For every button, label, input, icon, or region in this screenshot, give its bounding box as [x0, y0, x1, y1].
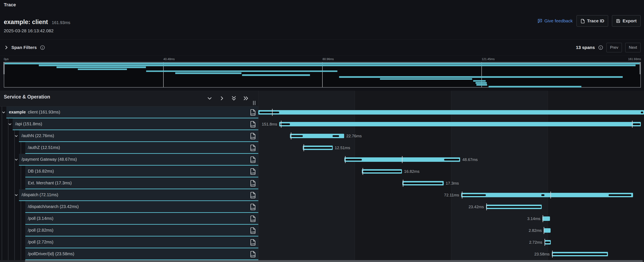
span-filters-toggle[interactable]: Span Filters	[5, 45, 45, 50]
export-button[interactable]: Export	[612, 15, 641, 26]
expand-one-icon[interactable]	[219, 95, 225, 101]
give-feedback-link[interactable]: Give feedback	[537, 18, 573, 24]
log-badge-icon[interactable]: LOG	[250, 216, 256, 222]
span-row[interactable]	[25, 236, 258, 248]
minimap-span-bar	[476, 84, 487, 86]
svg-text:LOG: LOG	[251, 124, 256, 127]
info-icon[interactable]	[40, 45, 45, 50]
log-badge-icon[interactable]: LOG	[250, 251, 256, 258]
comment-icon	[537, 18, 542, 24]
row-expander-icon[interactable]	[14, 134, 18, 138]
horizontal-scrollbar-thumb[interactable]	[25, 260, 643, 262]
minimap-span-bar	[473, 80, 486, 82]
indent-guide	[2, 166, 2, 178]
indent-guide	[21, 201, 21, 213]
svg-text:LOG: LOG	[251, 160, 256, 162]
log-badge-icon[interactable]: LOG	[250, 121, 256, 128]
indent-guide	[2, 130, 2, 142]
span-duration-bar[interactable]	[461, 193, 633, 197]
indent-guide	[8, 236, 8, 248]
collapse-one-icon[interactable]	[207, 95, 212, 101]
span-row[interactable]	[25, 166, 258, 177]
log-badge-icon[interactable]: LOG	[250, 109, 256, 116]
span-duration-bar[interactable]	[258, 110, 644, 114]
indent-guide	[8, 225, 8, 236]
span-row[interactable]	[25, 213, 258, 224]
span-label: /poll (2.82ms)	[28, 225, 53, 236]
indent-guide	[8, 130, 8, 142]
svg-text:LOG: LOG	[251, 242, 256, 245]
span-row[interactable]	[13, 118, 258, 130]
log-badge-icon[interactable]: LOG	[250, 180, 256, 187]
collapse-all-icon[interactable]	[231, 95, 237, 101]
span-nav-group: 13 spans Prev Next	[576, 43, 641, 52]
svg-text:LOG: LOG	[251, 207, 256, 210]
log-badge-icon[interactable]: LOG	[250, 192, 256, 198]
indent-guide	[2, 236, 2, 248]
row-expander-icon[interactable]	[14, 158, 18, 162]
minimap-left-handle[interactable]	[3, 62, 5, 74]
indent-guide	[21, 248, 21, 260]
critical-path-segment	[363, 171, 401, 172]
log-badge-icon[interactable]: LOG	[250, 144, 256, 151]
row-expander-icon[interactable]	[2, 110, 6, 114]
row-expander-icon[interactable]	[14, 193, 18, 197]
log-tick	[291, 132, 292, 140]
svg-text:LOG: LOG	[251, 219, 256, 221]
timeline-gridline	[451, 91, 451, 260]
log-badge-icon[interactable]: LOG	[250, 156, 256, 163]
indent-guide	[8, 166, 8, 178]
span-duration-label: 3.14ms	[527, 216, 540, 221]
panel-resize-handle[interactable]	[253, 101, 255, 105]
indent-guide	[2, 154, 2, 166]
minimap-tick-label: 161.93ms	[628, 58, 641, 61]
span-label: /poll (3.14ms)	[28, 213, 53, 224]
log-badge-icon[interactable]: LOG	[250, 204, 256, 210]
log-tick	[486, 203, 487, 210]
span-label: /dispatch (72.11ms)	[22, 189, 58, 200]
log-badge-icon[interactable]: LOG	[250, 133, 256, 140]
indent-guide	[21, 178, 21, 189]
info-icon[interactable]	[598, 45, 603, 50]
span-duration-bar[interactable]	[542, 216, 550, 221]
svg-text:LOG: LOG	[251, 195, 256, 198]
log-tick	[272, 109, 273, 116]
log-badge-icon[interactable]: LOG	[250, 168, 256, 175]
span-duration-bar[interactable]	[544, 228, 550, 233]
minimap-right-handle[interactable]	[640, 62, 641, 74]
row-expander-icon[interactable]	[8, 122, 12, 126]
indent-guide	[21, 225, 21, 236]
indent-guide	[2, 189, 2, 201]
critical-path-segment	[259, 112, 280, 113]
prev-span-button[interactable]: Prev	[606, 43, 622, 52]
minimap-span-bar	[242, 74, 310, 76]
minimap-span-bar	[39, 64, 636, 66]
log-tick	[462, 192, 462, 198]
log-tick	[552, 250, 553, 258]
indent-guide	[8, 154, 8, 166]
span-row[interactable]	[25, 142, 258, 153]
indent-guide	[14, 201, 15, 213]
panel-divider	[258, 91, 258, 260]
expand-all-icon[interactable]	[243, 95, 249, 101]
minimap-span-bar	[380, 78, 472, 80]
log-badge-icon[interactable]: LOG	[250, 239, 256, 246]
indent-guide	[2, 248, 2, 260]
span-duration-bar[interactable]	[279, 122, 641, 126]
quarter-stripe	[355, 91, 451, 260]
span-row[interactable]	[25, 225, 258, 236]
indent-guide	[8, 142, 8, 154]
indent-guide	[2, 178, 2, 189]
indent-guide	[2, 213, 2, 225]
log-badge-icon[interactable]: LOG	[250, 227, 256, 234]
trace-id-button[interactable]: Trace ID	[576, 15, 608, 26]
span-row[interactable]	[19, 130, 258, 141]
log-tick	[362, 168, 363, 175]
critical-path-segment	[462, 194, 486, 196]
span-duration-label: 17.3ms	[446, 181, 459, 186]
chevron-right-icon	[5, 45, 8, 50]
log-tick	[632, 121, 632, 128]
trace-name: example: client	[4, 18, 48, 26]
next-span-button[interactable]: Next	[625, 43, 641, 52]
indent-guide	[8, 248, 8, 260]
